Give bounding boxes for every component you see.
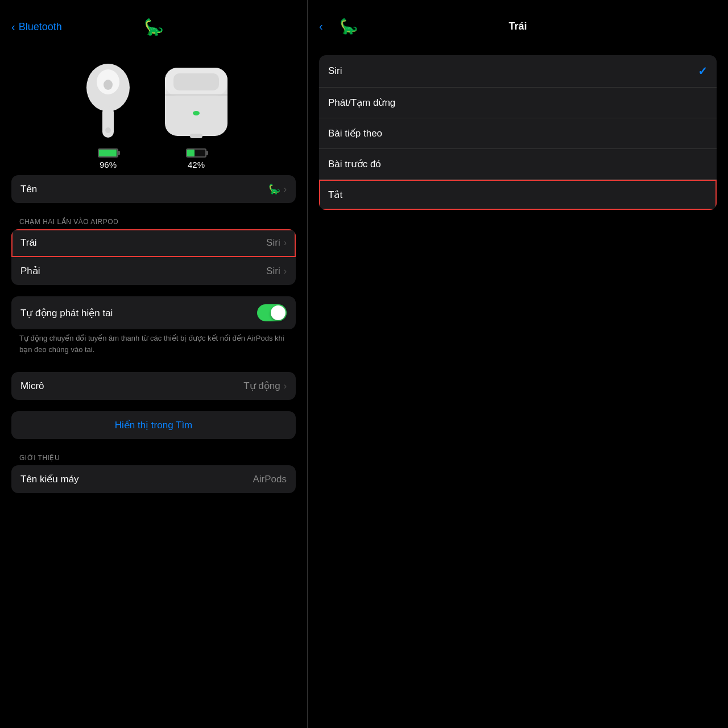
micro-section: Micrô Tự động › [0, 372, 307, 400]
auto-detect-label: Tự động phát hiện tai [20, 307, 113, 319]
left-panel: ‹ Bluetooth 🦕 96% [0, 0, 307, 728]
option-next-track[interactable]: Bài tiếp theo [319, 118, 717, 149]
micro-chevron: › [284, 381, 287, 391]
intro-group: Tên kiểu máy AirPods [11, 465, 296, 493]
phai-chevron: › [284, 266, 287, 276]
right-title: Trái [508, 20, 527, 32]
find-my-label: Hiển thị trong Tìm [20, 419, 287, 431]
intro-section-label: GIỚI THIỆU [11, 450, 296, 465]
svg-point-9 [193, 111, 200, 115]
airpod-case-svg [159, 56, 233, 142]
option-play-pause-label: Phát/Tạm dừng [328, 97, 395, 109]
double-tap-group: Trái Siri › Phải Siri › [11, 229, 296, 285]
micro-group: Micrô Tự động › [11, 372, 296, 400]
right-battery-fill [187, 150, 195, 156]
option-off[interactable]: Tắt [319, 180, 717, 210]
double-tap-section: CHẠM HAI LẦN VÀO AIRPOD Trái Siri › Phải… [0, 214, 307, 285]
right-header-emoji: 🦕 [340, 18, 358, 35]
auto-detect-toggle[interactable] [257, 304, 287, 321]
micro-value: Tự động › [243, 380, 287, 392]
left-battery-bar [98, 148, 118, 158]
name-group: Tên 🦕 › [11, 175, 296, 203]
name-label: Tên [20, 184, 37, 195]
left-airpod: 96% [74, 56, 142, 169]
trai-chevron: › [284, 238, 287, 248]
right-battery: 42% [186, 148, 206, 169]
model-value: AirPods [253, 474, 287, 485]
svg-point-3 [104, 80, 113, 90]
airpods-image-area: 96% 42% [0, 45, 307, 175]
svg-point-4 [105, 127, 111, 133]
option-siri-label: Siri [328, 65, 342, 77]
right-panel: ‹ 🦕 Trái Siri ✓ Phát/Tạm dừng Bài tiếp t… [308, 0, 728, 728]
right-back-button[interactable]: ‹ [319, 20, 323, 33]
auto-detect-group: Tự động phát hiện tai [11, 296, 296, 329]
left-airpod-svg [74, 56, 142, 142]
auto-detect-section: Tự động phát hiện tai Tự động chuyển đổi… [0, 296, 307, 361]
name-emoji: 🦕 [268, 183, 280, 195]
micro-label: Micrô [20, 380, 44, 392]
phai-value: Siri › [266, 266, 287, 277]
micro-value-text: Tự động [243, 380, 280, 392]
intro-section: GIỚI THIỆU Tên kiểu máy AirPods [0, 450, 307, 493]
option-siri[interactable]: Siri ✓ [319, 55, 717, 88]
name-row[interactable]: Tên 🦕 › [11, 175, 296, 203]
find-my-button[interactable]: Hiển thị trong Tìm [11, 411, 296, 439]
option-prev-track[interactable]: Bài trước đó [319, 149, 717, 180]
model-value-text: AirPods [253, 474, 287, 485]
left-battery-fill [99, 150, 117, 156]
option-next-track-label: Bài tiếp theo [328, 127, 382, 139]
siri-checkmark-icon: ✓ [698, 64, 708, 78]
right-battery-percent: 42% [188, 160, 205, 169]
option-prev-track-label: Bài trước đó [328, 158, 381, 170]
left-battery-percent: 96% [100, 160, 117, 169]
model-label: Tên kiểu máy [20, 473, 79, 485]
right-content: Siri ✓ Phát/Tạm dừng Bài tiếp theo Bài t… [308, 44, 728, 221]
phai-label: Phải [20, 265, 40, 277]
trai-value: Siri › [266, 237, 287, 249]
phai-row[interactable]: Phải Siri › [11, 257, 296, 285]
model-row[interactable]: Tên kiểu máy AirPods [11, 465, 296, 493]
trai-value-text: Siri [266, 237, 280, 249]
back-chevron-icon: ‹ [11, 20, 15, 34]
right-battery-bar [186, 148, 206, 158]
left-battery: 96% [98, 148, 118, 169]
trai-label: Trái [20, 237, 37, 249]
svg-rect-8 [190, 134, 202, 138]
option-off-label: Tắt [328, 189, 342, 201]
name-chevron: › [284, 184, 287, 195]
phai-value-text: Siri [266, 266, 280, 277]
auto-detect-description: Tự động chuyển đổi tuyến âm thanh từ các… [11, 329, 296, 361]
toggle-knob [271, 305, 286, 320]
auto-detect-row[interactable]: Tự động phát hiện tai [11, 296, 296, 329]
double-tap-label: CHẠM HAI LẦN VÀO AIRPOD [11, 214, 296, 229]
bluetooth-back-button[interactable]: ‹ Bluetooth [11, 20, 62, 34]
right-header: ‹ 🦕 Trái [308, 0, 728, 44]
trai-row[interactable]: Trái Siri › [11, 229, 296, 257]
micro-row[interactable]: Micrô Tự động › [11, 372, 296, 400]
right-airpod-case: 42% [159, 56, 233, 169]
options-group: Siri ✓ Phát/Tạm dừng Bài tiếp theo Bài t… [319, 55, 717, 210]
right-back-chevron-icon: ‹ [319, 20, 323, 33]
svg-rect-10 [173, 73, 219, 90]
left-header: ‹ Bluetooth 🦕 [0, 0, 307, 45]
find-my-section: Hiển thị trong Tìm [0, 411, 307, 439]
back-label: Bluetooth [19, 21, 62, 33]
name-row-value: 🦕 › [268, 183, 287, 195]
option-play-pause[interactable]: Phát/Tạm dừng [319, 88, 717, 118]
name-section: Tên 🦕 › [0, 175, 307, 203]
left-header-emoji: 🦕 [144, 18, 164, 36]
